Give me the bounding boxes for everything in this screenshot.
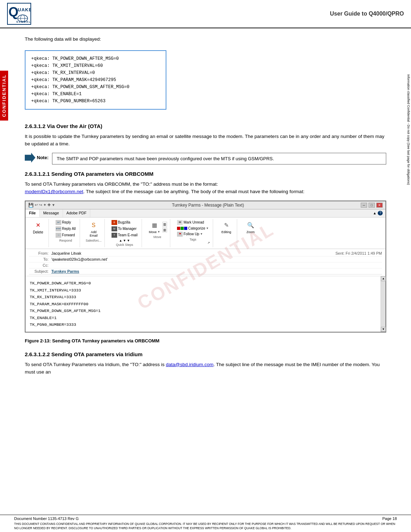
bugzilla-button[interactable]: B Bugzilla xyxy=(110,220,139,225)
tab-message[interactable]: Message xyxy=(40,209,63,217)
reply-all-button[interactable]: ↩↩ Reply All xyxy=(55,226,77,232)
code-block: +qkeca: TK_POWER_DOWN_AFTER_MSG=0 +qkeca… xyxy=(25,50,166,110)
from-label: From: xyxy=(29,251,48,255)
cc-label: Cc: xyxy=(29,263,48,267)
quick-steps-nav: ▲ ▼ ▼ xyxy=(119,239,130,242)
toolbar-btn2[interactable]: ✚ xyxy=(47,203,51,207)
code-line-5: +qkeca: TK_POWER_DOWN_GSM_AFTER_MSG=0 xyxy=(31,83,160,91)
page-title: User Guide to Q4000/QPRO xyxy=(330,11,404,17)
reply-label: Reply xyxy=(62,220,71,224)
note-icon-area: Note: xyxy=(25,153,48,163)
ribbon-group-move: ▦ Move ▼ ▥ ▥ Move xyxy=(145,219,171,247)
tags-group-label: Tags xyxy=(190,238,196,241)
section-2631-para2: . The subject line of the message can be… xyxy=(83,189,304,194)
toolbar-dropdown[interactable]: ▼ xyxy=(52,203,55,207)
move-label-area: Move ▼ xyxy=(149,230,160,234)
email-body-line-3: TK_RX_INTERVAL=3333 xyxy=(30,294,381,301)
move-button[interactable]: ▦ Move ▼ xyxy=(148,220,162,235)
company-logo: Q UAKE GLOBAL xyxy=(7,3,31,25)
team-email-button[interactable]: T Team E-mail xyxy=(110,232,139,238)
outlook-window-controls: ─ □ ✕ xyxy=(361,203,383,208)
move-dropdown[interactable]: ▼ xyxy=(158,230,160,233)
mark-unread-button[interactable]: ✉ Mark Unread xyxy=(176,220,210,225)
move-btn-1[interactable]: ▥ xyxy=(162,222,167,227)
mark-unread-icon: ✉ xyxy=(177,220,183,225)
undo-icon[interactable]: ↩ xyxy=(35,203,38,207)
sent-value: Sent: Fri 2/4/2011 1:49 PM xyxy=(336,251,382,255)
tab-adobe[interactable]: Adobe PDF xyxy=(63,209,91,217)
email-body-line-7: TK_PGN0_NUMBER=3333 xyxy=(30,321,381,328)
mark-unread-label: Mark Unread xyxy=(183,220,204,224)
page-header: Q UAKE GLOBAL User Guide to Q4000/QPRO xyxy=(0,0,411,28)
categorize-label: Categorize xyxy=(188,226,205,230)
categorize-dropdown[interactable]: ▼ xyxy=(206,227,209,230)
email-body-line-4: TK_PARAM_MASK=0XFFFFFF00 xyxy=(30,301,381,308)
to-manager-label: To Manager xyxy=(118,227,137,231)
intro-text: The following data will be displayed: xyxy=(25,35,386,43)
email-scrollbar[interactable]: ▲ ▼ xyxy=(381,276,386,332)
salesforce-label: Salesforc... xyxy=(86,239,102,242)
reply-button[interactable]: ↩ Reply xyxy=(55,220,77,225)
outlook-ribbon-body: ✕ Delete ↩ Reply ↩↩ Reply All xyxy=(25,218,386,249)
delete-group-btns: ✕ Delete xyxy=(32,220,45,235)
ribbon-group-delete: ✕ Delete xyxy=(28,219,49,247)
scroll-up-button[interactable]: ▲ xyxy=(381,276,386,281)
follow-up-icon: ⚑ xyxy=(177,232,183,237)
respond-group-label: Respond xyxy=(59,239,72,242)
cat-green xyxy=(181,227,184,230)
respond-stacked-btns: ↩ Reply ↩↩ Reply All → Forward xyxy=(55,220,77,238)
scroll-track xyxy=(381,281,386,327)
subject-value: Turnkey Parms xyxy=(51,269,79,273)
redo-icon[interactable]: ↪ xyxy=(39,203,42,207)
quick-steps-up[interactable]: ▲ xyxy=(119,239,122,242)
to-value: 'qwaketest029x1@orbcomm.net' xyxy=(51,257,108,261)
section-2631-para: To send OTA Turnkey parameters via ORBCO… xyxy=(25,180,386,196)
minimize-button[interactable]: ─ xyxy=(361,203,367,208)
code-line-1: +qkeca: TK_POWER_DOWN_AFTER_MSG=0 xyxy=(31,55,160,62)
delete-button[interactable]: ✕ Delete xyxy=(32,220,45,235)
zoom-button[interactable]: 🔍 Zoom xyxy=(244,220,257,235)
outlook-ribbon-tabs: File Message Adobe PDF ▲ ? xyxy=(25,209,386,218)
close-button[interactable]: ✕ xyxy=(376,203,383,208)
maximize-button[interactable]: □ xyxy=(369,203,375,208)
toolbar-btn1[interactable]: ✦ xyxy=(43,203,46,207)
cat-red xyxy=(177,227,180,230)
save-icon[interactable]: 💾 xyxy=(28,203,34,208)
follow-up-dropdown[interactable]: ▼ xyxy=(200,232,203,236)
outlook-title: Turnkey Parms - Message (Plain Text) xyxy=(55,203,361,208)
ribbon-collapse-icon[interactable]: ▲ xyxy=(373,211,377,215)
move-icon: ▦ xyxy=(149,220,159,230)
tags-expand-icon[interactable]: ↗ xyxy=(207,241,210,244)
email-body-line-6: TK_ENABLE=1 xyxy=(30,314,381,322)
iridium-link[interactable]: data@sbd.iridium.com xyxy=(166,362,214,367)
tags-stacked: ✉ Mark Unread Categorize ▼ ⚑ xyxy=(176,220,210,237)
quick-steps-expand[interactable]: ▼ xyxy=(127,239,130,242)
outlook-window: 💾 ↩ ↪ ✦ ✚ ▼ Turnkey Parms - Message (Pla… xyxy=(25,201,386,332)
figure-caption: Figure 2-13: Sending OTA Turnkey paramet… xyxy=(25,337,386,345)
section-2632-heading: 2.6.3.1.2.2 Sending OTA parameters via I… xyxy=(25,351,386,357)
subject-label: Subject: xyxy=(29,269,48,273)
add-email-button[interactable]: S AddEmail xyxy=(87,220,100,238)
forward-button[interactable]: → Forward xyxy=(55,232,77,238)
code-line-6: +qkeca: TK_ENABLE=1 xyxy=(31,91,160,98)
bugzilla-icon: B xyxy=(112,220,117,225)
cat-blue xyxy=(184,227,187,230)
editing-icon: ✎ xyxy=(221,220,231,230)
editing-button[interactable]: ✎ Editing xyxy=(220,220,233,235)
delete-icon: ✕ xyxy=(33,220,43,230)
follow-up-button[interactable]: ⚑ Follow Up ▼ xyxy=(176,231,210,237)
help-icon[interactable]: ? xyxy=(378,211,383,215)
move-btn-2[interactable]: ▥ xyxy=(162,227,167,232)
ribbon-group-zoom: 🔍 Zoom xyxy=(240,219,261,247)
quick-steps-down[interactable]: ▼ xyxy=(123,239,126,242)
scroll-down-button[interactable]: ▼ xyxy=(381,327,386,332)
orbcomm-link[interactable]: modemIDx1@orbcomm.net xyxy=(25,189,83,194)
code-line-2: +qkeca: TK_XMIT_INTERVAL=60 xyxy=(31,62,160,69)
to-manager-button[interactable]: M To Manager xyxy=(110,226,139,232)
svg-text:GLOBAL: GLOBAL xyxy=(16,21,31,23)
ribbon-group-salesforce: S AddEmail Salesforc... xyxy=(83,219,105,247)
categorize-button[interactable]: Categorize ▼ xyxy=(176,226,210,231)
note-arrow-icon xyxy=(25,153,35,163)
zoom-icon: 🔍 xyxy=(246,220,256,230)
tab-file[interactable]: File xyxy=(25,209,40,217)
